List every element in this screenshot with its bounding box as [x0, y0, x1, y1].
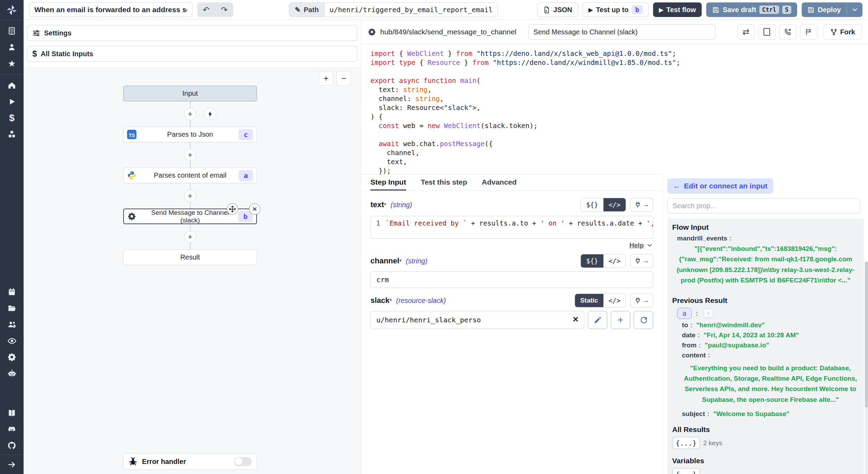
settings-gear-icon[interactable] — [7, 352, 17, 362]
flow-title-input[interactable] — [29, 2, 192, 17]
workspace-building-icon[interactable] — [7, 26, 17, 36]
webhook-phone-button[interactable] — [779, 24, 796, 40]
test-flow-button[interactable]: ▶ Test flow — [653, 2, 702, 17]
flow-settings-button[interactable]: Settings — [27, 25, 357, 41]
git-fork-icon — [830, 28, 837, 36]
expr-mode-button[interactable]: </> — [603, 294, 626, 307]
variables-dollar-icon[interactable]: $ — [7, 113, 17, 123]
flow-path-value[interactable]: u/henri/triggered_by_email_report_email — [324, 3, 498, 17]
ai-robot-icon[interactable] — [7, 369, 17, 378]
expr-mode-button[interactable]: </> — [603, 198, 626, 211]
docs-book-icon[interactable] — [7, 408, 17, 418]
line-number: 1 — [371, 216, 385, 238]
user-icon[interactable] — [7, 42, 17, 52]
flow-node-send-message[interactable]: ✕ Send Message to Channel (slack) b — [123, 209, 257, 224]
kbd-ctrl: Ctrl — [759, 6, 779, 14]
step-name-input[interactable] — [528, 24, 716, 40]
flow-input-value[interactable]: "[{"event":"inbound","ts":1683819426,"ms… — [672, 242, 859, 289]
refresh-icon — [640, 316, 648, 324]
save-draft-button[interactable]: Save draft Ctrl S — [706, 2, 797, 17]
add-step-button[interactable]: + — [184, 231, 196, 243]
code-editor[interactable]: import { WebClient } from "https://deno.… — [361, 44, 868, 174]
clear-resource-button[interactable]: ✕ — [573, 315, 579, 324]
json-button[interactable]: JSON — [537, 2, 578, 17]
error-handler-card[interactable]: Error handler — [123, 453, 257, 470]
favorites-star-icon[interactable]: ★ — [7, 59, 17, 68]
tab-test-this-step[interactable]: Test this step — [421, 175, 467, 191]
static-mode-button[interactable]: ${} — [581, 254, 603, 268]
edit-or-connect-button[interactable]: ← Edit or connect an input — [667, 178, 773, 194]
all-results-object-chip[interactable]: {...} — [672, 437, 700, 449]
home-icon[interactable] — [7, 81, 17, 90]
groups-users-icon[interactable] — [7, 320, 17, 329]
swap-sync-button[interactable]: ⇄ — [737, 24, 755, 40]
context-panel: ← Edit or connect an input Flow Input ma… — [662, 174, 868, 474]
add-step-button[interactable]: + — [184, 149, 196, 161]
connect-input-button[interactable]: → — [630, 198, 653, 212]
flow-node-parses-to-json[interactable]: TS Parses to Json c — [123, 127, 257, 142]
schedules-calendar-icon[interactable] — [7, 287, 17, 297]
audit-eye-icon[interactable] — [7, 336, 17, 346]
tab-advanced[interactable]: Advanced — [482, 175, 516, 191]
windmill-logo[interactable] — [0, 0, 24, 20]
flow-node-input[interactable]: Input — [123, 86, 257, 101]
expand-editor-button[interactable] — [758, 24, 776, 40]
arrow-right-icon: → — [643, 201, 649, 209]
refresh-resource-button[interactable] — [634, 311, 653, 329]
result-a-badge[interactable]: a — [677, 308, 692, 319]
slack-resource-input[interactable] — [370, 311, 584, 329]
static-mode-button[interactable]: Static — [575, 294, 603, 307]
add-step-button[interactable]: + — [184, 190, 196, 202]
path-edit-button[interactable]: ✎ Path — [289, 3, 324, 17]
scrollbar-thumb[interactable] — [865, 262, 868, 407]
canvas-zoom-out-button[interactable]: − — [336, 71, 351, 86]
help-link[interactable]: Help — [629, 242, 644, 249]
square-icon — [763, 28, 770, 36]
trigger-bolt-button[interactable] — [204, 108, 216, 120]
bug-icon — [128, 457, 137, 466]
add-step-button[interactable]: + — [184, 108, 196, 120]
connect-input-button[interactable]: → — [630, 294, 653, 307]
variables-object-chip[interactable]: {...} — [672, 468, 700, 474]
flow-input-key[interactable]: mandrill_events — [677, 235, 727, 242]
redo-button[interactable]: ↷ — [215, 2, 233, 17]
canvas-zoom-in-button[interactable]: + — [319, 71, 333, 86]
text-expression-editor[interactable]: 1 `Email received by ` + results.a.to + … — [370, 216, 653, 239]
app-sidebar: ★ $ — [0, 0, 24, 474]
fork-button[interactable]: Fork — [824, 24, 862, 40]
collapse-chip[interactable]: - — [703, 308, 713, 318]
step-tabs: Step Input Test this step Advanced — [361, 174, 662, 191]
test-up-to-button[interactable]: ▶ Test up to b — [583, 2, 649, 17]
text-input-mode-toggle: ${} </> — [581, 198, 626, 212]
delete-step-button[interactable]: ✕ — [249, 203, 260, 215]
flow-node-result[interactable]: Result — [123, 249, 257, 265]
dollar-icon: $ — [32, 49, 37, 59]
resources-boxes-icon[interactable] — [7, 129, 17, 139]
tab-step-input[interactable]: Step Input — [370, 175, 406, 191]
edit-resource-button[interactable] — [588, 311, 607, 329]
github-icon[interactable] — [7, 441, 17, 450]
all-static-inputs-button[interactable]: $ All Static Inputs — [27, 46, 357, 62]
flag-button[interactable] — [800, 24, 817, 40]
discord-icon[interactable] — [7, 424, 17, 434]
runs-play-icon[interactable] — [7, 97, 17, 107]
error-handler-toggle[interactable] — [234, 457, 252, 466]
chevron-down-icon — [851, 6, 859, 14]
sidebar-expand-button[interactable] — [0, 455, 24, 474]
move-step-button[interactable] — [227, 203, 238, 215]
deploy-button[interactable]: Deploy — [802, 2, 846, 17]
deploy-more-button[interactable] — [846, 2, 862, 17]
flow-canvas[interactable]: + − Input + TS Parses to Json c — [24, 67, 361, 474]
result-content-value[interactable]: "Everything you need to build a product:… — [682, 362, 859, 408]
flow-node-parses-content[interactable]: Parses content of email a — [123, 168, 257, 183]
connect-input-button[interactable]: → — [630, 254, 653, 268]
undo-button[interactable]: ↶ — [197, 2, 215, 17]
static-mode-button[interactable]: ${} — [581, 198, 603, 211]
add-resource-button[interactable]: + — [611, 311, 630, 329]
expr-mode-button[interactable]: </> — [603, 254, 626, 268]
search-prop-input[interactable] — [667, 198, 860, 213]
folders-icon[interactable] — [7, 303, 17, 313]
hub-gear-icon — [127, 212, 136, 221]
channel-value-input[interactable] — [370, 271, 653, 288]
flow-input-title: Flow Input — [672, 223, 859, 231]
